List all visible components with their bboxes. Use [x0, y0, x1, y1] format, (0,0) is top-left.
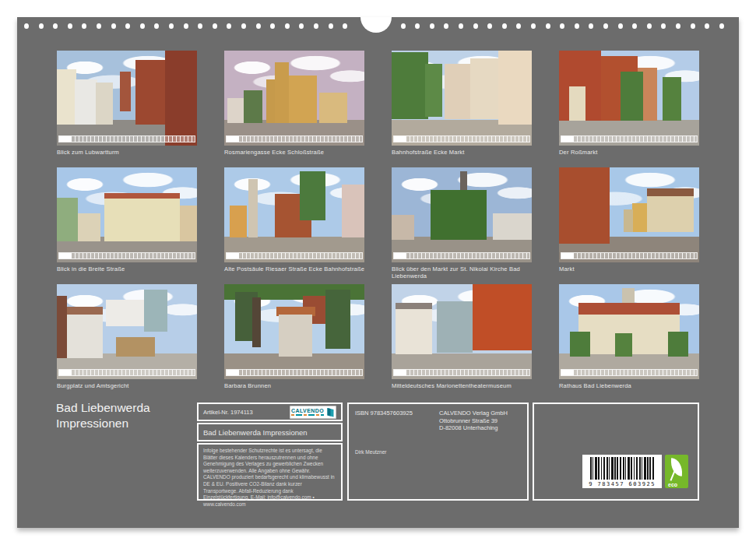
photo-shape	[57, 296, 67, 359]
binding-hole	[227, 23, 231, 29]
binding-hole	[487, 23, 492, 29]
photo-cell: Barbara Brunnen	[224, 284, 386, 389]
photo-shape	[120, 72, 131, 111]
photo-caption: Burgplatz und Amtsgericht	[57, 382, 219, 389]
photo	[57, 284, 197, 379]
calendar-page: Blick zum Lubwartturm Rosmariengasse Eck…	[17, 17, 739, 528]
binding-hole	[632, 23, 637, 29]
eco-label: eco	[668, 482, 677, 487]
photo-shape	[396, 309, 432, 355]
photo-ground	[559, 120, 699, 146]
binding-hole	[691, 23, 695, 29]
photo-shape	[104, 199, 180, 241]
barcode-digits: 9 783457 603925	[582, 481, 662, 487]
photo-shape	[96, 83, 113, 125]
binding-hole	[705, 23, 709, 29]
photo-shape	[116, 337, 155, 356]
calvendo-logo: CALVENDO	[290, 406, 336, 419]
mini-calendar-strip	[561, 370, 697, 375]
publisher-address: CALVENDO Verlag GmbH Ottobrunner Straße …	[439, 410, 508, 432]
mini-calendar-strip	[59, 370, 195, 375]
photo-shape	[632, 203, 648, 232]
mini-calendar-strip	[394, 253, 529, 258]
photo-caption: Bahnhofstraße Ecke Markt	[392, 149, 554, 156]
photo-shape	[300, 171, 325, 220]
photo-caption: Rathaus Bad Liebenwerda	[559, 382, 721, 389]
photo-ground	[224, 120, 364, 146]
author-name: Dirk Meutzner	[355, 449, 521, 455]
photo-cell: Rathaus Bad Liebenwerda	[559, 284, 721, 389]
binding-hole	[169, 23, 174, 29]
photo-ground	[392, 237, 532, 262]
binding-hole	[39, 23, 44, 29]
barcode-box: 9 783457 603925 eco	[533, 403, 699, 501]
eco-logo: eco	[665, 455, 688, 488]
photo-shape	[325, 290, 350, 349]
photo-cell: Blick zum Lubwartturm	[57, 51, 219, 156]
photo-shape	[230, 206, 247, 237]
photo-cell: Burgplatz und Amtsgericht	[57, 284, 219, 389]
binding-hole	[444, 23, 448, 29]
binding-hole	[82, 23, 86, 29]
binding-hole	[329, 23, 333, 29]
binding-hole	[285, 23, 290, 29]
photo	[559, 51, 699, 146]
binding-hole	[68, 23, 72, 29]
photo-shape	[569, 86, 586, 121]
binding-hole	[184, 23, 188, 29]
binding-hole	[401, 23, 406, 29]
photo-caption: Blick zum Lubwartturm	[57, 149, 219, 156]
photo-shape	[624, 209, 634, 232]
mini-calendar-strip	[227, 370, 362, 375]
mini-calendar-strip	[227, 253, 362, 258]
photo-shape	[493, 213, 532, 240]
isbn: ISBN 9783457603925	[355, 410, 439, 432]
binding-hole	[676, 23, 680, 29]
photo-shape	[252, 297, 261, 346]
photo-shape	[663, 77, 680, 121]
photo-caption: Der Roßmarkt	[559, 149, 721, 156]
page-title-line2: Impressionen	[56, 416, 150, 431]
photo-ground	[392, 353, 532, 379]
photo-shape	[470, 58, 498, 119]
page-title-line1: Bad Liebenwerda	[56, 400, 150, 416]
photo-cell: Der Roßmarkt	[559, 51, 721, 156]
barcode-bars	[590, 457, 656, 480]
binding-hole	[53, 23, 58, 29]
photo	[392, 51, 532, 146]
calendar-title-box: Bad Liebenwerda Impressionen	[197, 423, 343, 441]
binding-hole	[213, 23, 217, 29]
photo-ground	[224, 237, 364, 262]
photo-caption: Rosmariengasse Ecke Schloßstraße	[224, 149, 386, 156]
photo-shape	[647, 196, 693, 232]
binding-hole	[575, 23, 579, 29]
photo	[392, 167, 532, 262]
binding-hole	[473, 23, 478, 29]
binding-hole	[299, 23, 304, 29]
photo-shape	[57, 69, 76, 125]
photo-shape	[244, 90, 262, 122]
photo-shape	[473, 284, 532, 350]
publisher-street: Ottobrunner Straße 39	[439, 417, 508, 425]
photo-shape	[289, 76, 317, 123]
mini-calendar-strip	[59, 136, 195, 142]
photo-shape	[227, 98, 245, 123]
photo-cell: Mitteldeutsches Marionettentheatermuseum	[392, 284, 554, 389]
binding-hole	[241, 23, 246, 29]
photo	[224, 284, 364, 379]
photo-shape	[425, 64, 442, 117]
photo-shape	[559, 167, 610, 244]
binding-hole	[343, 23, 347, 29]
photo-shape	[180, 206, 197, 241]
binding-hole	[531, 23, 536, 29]
binding-hole	[314, 23, 318, 29]
photo-cell: Blick in die Breite Straße	[57, 167, 219, 272]
binding-hole	[618, 23, 623, 29]
photo-shape	[621, 72, 643, 121]
binding-hole	[589, 23, 593, 29]
photo-cell: Bahnhofstraße Ecke Markt	[392, 51, 554, 156]
mini-calendar-strip	[561, 136, 697, 142]
mini-calendar-strip	[227, 136, 362, 142]
page-title: Bad Liebenwerda Impressionen	[56, 400, 150, 431]
photo-caption: Blick über den Markt zur St. Nikolai Kir…	[392, 265, 554, 280]
